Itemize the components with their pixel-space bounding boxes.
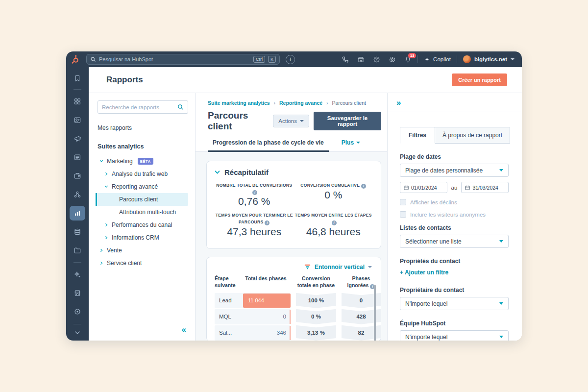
rail-library-icon[interactable] [70,241,85,260]
contact-owner-select[interactable]: N'importe lequel [400,297,509,310]
copilot-label: Copilot [433,56,451,62]
rail-marketplace-icon[interactable] [70,284,85,302]
rail-contacts-icon[interactable] [70,111,85,129]
page-header: Rapports Créer un rapport [89,67,522,93]
account-menu[interactable]: biglytics.net [463,55,514,63]
rail-bookmark-icon[interactable] [70,70,85,87]
settings-gear-icon[interactable] [389,56,396,63]
date-range-value: Plage de dates personnalisée [405,167,483,174]
breadcrumb-link[interactable]: Reporting avancé [279,100,322,106]
info-icon[interactable] [361,184,366,189]
help-icon[interactable] [373,56,380,63]
rail-marketing-icon[interactable] [70,129,85,148]
funnel-icon [304,263,311,270]
nav-item-label: Analyse du trafic web [112,171,168,177]
global-search-input[interactable]: Pesquisar na HubSpot Ctrl K [86,54,280,65]
more-tabs-button[interactable]: Plus [342,139,360,151]
nav-item-multitouch-attribution[interactable]: Attribution multi-touch [96,206,188,219]
start-date-input[interactable]: 01/01/2024 [400,182,447,193]
search-placeholder: Pesquisar na HubSpot [99,56,250,62]
copilot-button[interactable]: Copilot [424,56,451,63]
marketplace-icon[interactable] [357,56,365,63]
total-value: 346 [242,325,291,341]
chevron-down-icon [356,142,360,144]
rail-chevron-down-icon[interactable] [70,327,85,339]
table-scrollbar[interactable] [374,285,376,341]
chevron-right-icon [99,248,103,252]
kbd-ctrl: Ctrl [253,56,265,63]
end-date-input[interactable]: 31/03/2024 [461,182,509,193]
notifications-bell[interactable]: 13 [404,56,412,63]
stage-label: Sal... [219,330,242,336]
rail-settings-icon[interactable] [70,302,85,321]
rail-ai-icon[interactable] [70,265,85,284]
chevron-right-icon [104,172,108,176]
nav-item-customer-service[interactable]: Service client [96,257,188,270]
contact-owner-label: Propriétaire du contact [400,287,509,294]
hubspot-logo-icon[interactable] [71,54,80,64]
funnel-table-card: Entonnoir vertical Étape suivante Total … [206,257,381,341]
tab-filters[interactable]: Filtres [400,127,435,144]
rail-data-icon[interactable] [70,222,85,241]
report-tabs: Progression de la phase de cycle de vie … [196,132,387,152]
report-scroll-area[interactable]: Récapitulatif NOMBRE TOTAL DE CONVERSION… [196,152,387,341]
funnel-view-selector[interactable]: Entonnoir vertical [215,261,374,271]
actions-button[interactable]: Actions [273,115,309,127]
quick-add-button[interactable]: + [286,55,295,64]
summary-title: Récapitulatif [224,168,269,176]
rail-divider-3 [74,324,81,324]
tab-about-report[interactable]: À propos de ce rapport [435,127,510,144]
collapse-nav-icon[interactable]: « [182,325,186,335]
rail-automation-icon[interactable] [70,185,85,204]
rail-dashboard-icon[interactable] [70,92,85,111]
table-row: Lead 11 044 100 % 0 [215,293,374,308]
hubspot-team-select[interactable]: N'importe lequel [400,330,509,341]
chevron-down-icon [104,185,108,189]
metric-cumulative-conversion: CONVERSION CUMULATIVE 0 % [294,182,373,207]
metric-label: TEMPS MOYEN ENTRE LES ÉTAPES [295,213,372,218]
topbar-divider [417,55,418,63]
chevron-right-icon [99,261,103,265]
nav-item-customer-journey[interactable]: Parcours client [96,193,188,206]
notification-badge: 13 [408,53,416,58]
reports-search[interactable] [98,100,188,114]
rail-content-icon[interactable] [70,148,85,167]
contact-lists-label: Listes de contacts [400,224,509,231]
nav-item-label: Reporting avancé [112,183,158,190]
breadcrumb-link[interactable]: Suite marketing analytics [208,100,270,106]
nav-item-sales[interactable]: Vente [96,244,188,257]
contact-lists-select[interactable]: Sélectionner une liste [400,235,509,248]
nav-item-crm-insights[interactable]: Informations CRM [96,231,188,244]
save-report-button[interactable]: Sauvegarder le rapport [314,112,381,130]
funnel-table-header: Étape suivante Total des phases Conversi… [215,272,374,293]
summary-collapse-toggle[interactable]: Récapitulatif [215,168,373,176]
collapse-panel-icon[interactable]: » [396,98,401,107]
metric-label: CONVERSION CUMULATIVE [300,183,360,188]
nav-item-marketing[interactable]: Marketing BÊTA [96,155,188,168]
rail-commerce-icon[interactable] [70,167,85,185]
rail-reporting-icon[interactable] [70,206,85,220]
info-icon[interactable] [265,220,270,225]
nav-my-reports[interactable]: Mes rapports [98,124,188,131]
info-icon[interactable] [332,220,337,225]
chevron-down-icon [300,120,304,122]
chevron-down-icon [215,170,220,175]
create-report-button[interactable]: Créer un rapport [452,74,507,86]
funnel-view-label: Entonnoir vertical [315,264,365,270]
tab-lifecycle-progression[interactable]: Progression de la phase de cycle de vie [208,139,329,152]
info-icon[interactable] [252,190,257,195]
nav-item-channel-performance[interactable]: Performances du canal [96,219,188,231]
reports-search-input[interactable] [102,104,177,110]
nav-item-web-traffic[interactable]: Analyse du trafic web [96,168,188,180]
nav-item-label: Performances du canal [112,221,172,228]
anonymous-checkbox[interactable] [400,211,406,218]
metric-value: 0,76 % [215,196,294,207]
declines-checkbox[interactable] [400,199,406,205]
date-range-select[interactable]: Plage de dates personnalisée [400,164,509,177]
add-filter-link[interactable]: + Ajouter un filtre [400,269,509,276]
nav-item-advanced-reporting[interactable]: Reporting avancé [96,180,188,193]
conversion-cell: 3,13 % [296,325,336,341]
nav-item-label: Parcours client [119,196,158,203]
phone-icon[interactable] [342,56,349,63]
metric-value: 47,3 heures [215,226,294,238]
